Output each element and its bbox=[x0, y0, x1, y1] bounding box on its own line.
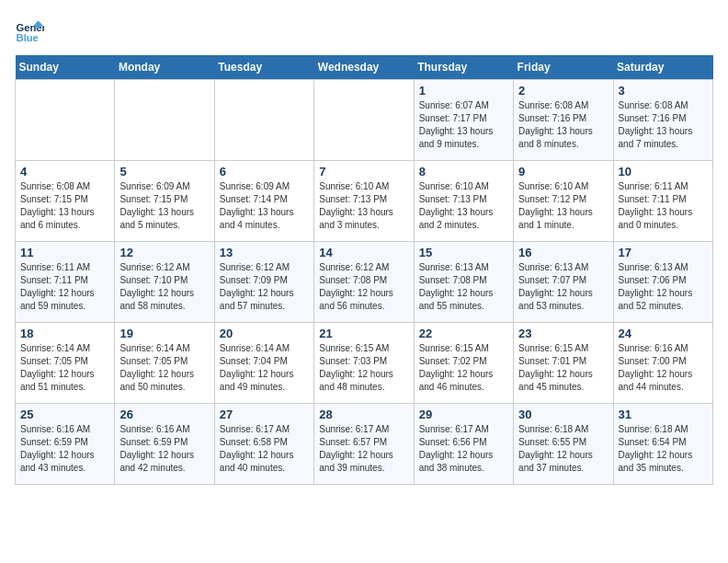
day-info: Sunrise: 6:12 AM Sunset: 7:10 PM Dayligh… bbox=[119, 261, 209, 313]
calendar-table: SundayMondayTuesdayWednesdayThursdayFrid… bbox=[15, 55, 713, 485]
weekday-header-monday: Monday bbox=[115, 55, 214, 80]
day-info: Sunrise: 6:12 AM Sunset: 7:08 PM Dayligh… bbox=[319, 261, 408, 313]
page-header: General Blue bbox=[15, 15, 713, 44]
day-number: 21 bbox=[319, 327, 408, 340]
day-info: Sunrise: 6:14 AM Sunset: 7:05 PM Dayligh… bbox=[119, 342, 209, 394]
calendar-cell-w3d3: 13Sunrise: 6:12 AM Sunset: 7:09 PM Dayli… bbox=[214, 242, 313, 323]
day-info: Sunrise: 6:12 AM Sunset: 7:09 PM Dayligh… bbox=[220, 261, 309, 313]
calendar-cell-w4d5: 22Sunrise: 6:15 AM Sunset: 7:02 PM Dayli… bbox=[414, 323, 513, 404]
day-number: 20 bbox=[220, 327, 309, 340]
day-info: Sunrise: 6:13 AM Sunset: 7:07 PM Dayligh… bbox=[518, 261, 608, 313]
day-info: Sunrise: 6:07 AM Sunset: 7:17 PM Dayligh… bbox=[419, 99, 508, 151]
calendar-cell-w1d4 bbox=[314, 80, 414, 161]
day-number: 3 bbox=[619, 84, 708, 98]
calendar-week-5: 25Sunrise: 6:16 AM Sunset: 6:59 PM Dayli… bbox=[16, 404, 713, 485]
day-info: Sunrise: 6:18 AM Sunset: 6:55 PM Dayligh… bbox=[518, 423, 608, 475]
day-number: 14 bbox=[319, 246, 408, 259]
calendar-header: SundayMondayTuesdayWednesdayThursdayFrid… bbox=[16, 55, 713, 80]
day-info: Sunrise: 6:11 AM Sunset: 7:11 PM Dayligh… bbox=[619, 180, 708, 232]
day-number: 9 bbox=[518, 165, 608, 178]
day-number: 10 bbox=[619, 165, 708, 178]
day-info: Sunrise: 6:13 AM Sunset: 7:06 PM Dayligh… bbox=[619, 261, 708, 313]
weekday-header-tuesday: Tuesday bbox=[214, 55, 313, 80]
calendar-cell-w2d7: 10Sunrise: 6:11 AM Sunset: 7:11 PM Dayli… bbox=[613, 161, 712, 242]
weekday-header-saturday: Saturday bbox=[613, 55, 712, 80]
calendar-cell-w3d1: 11Sunrise: 6:11 AM Sunset: 7:11 PM Dayli… bbox=[16, 242, 115, 323]
day-info: Sunrise: 6:16 AM Sunset: 7:00 PM Dayligh… bbox=[619, 342, 708, 394]
day-number: 1 bbox=[419, 84, 508, 98]
calendar-cell-w4d6: 23Sunrise: 6:15 AM Sunset: 7:01 PM Dayli… bbox=[514, 323, 613, 404]
day-number: 26 bbox=[119, 408, 209, 421]
calendar-cell-w1d1 bbox=[16, 80, 115, 161]
day-number: 2 bbox=[518, 84, 608, 98]
day-number: 29 bbox=[419, 408, 508, 421]
calendar-week-3: 11Sunrise: 6:11 AM Sunset: 7:11 PM Dayli… bbox=[16, 242, 713, 323]
day-number: 16 bbox=[518, 246, 608, 259]
day-number: 18 bbox=[20, 327, 109, 340]
weekday-header-friday: Friday bbox=[514, 55, 613, 80]
weekday-header-row: SundayMondayTuesdayWednesdayThursdayFrid… bbox=[16, 55, 713, 80]
day-info: Sunrise: 6:16 AM Sunset: 6:59 PM Dayligh… bbox=[119, 423, 209, 475]
day-info: Sunrise: 6:13 AM Sunset: 7:08 PM Dayligh… bbox=[419, 261, 508, 313]
weekday-header-wednesday: Wednesday bbox=[314, 55, 414, 80]
calendar-cell-w2d2: 5Sunrise: 6:09 AM Sunset: 7:15 PM Daylig… bbox=[115, 161, 214, 242]
calendar-cell-w5d2: 26Sunrise: 6:16 AM Sunset: 6:59 PM Dayli… bbox=[115, 404, 214, 485]
calendar-cell-w4d3: 20Sunrise: 6:14 AM Sunset: 7:04 PM Dayli… bbox=[214, 323, 313, 404]
calendar-cell-w1d2 bbox=[115, 80, 214, 161]
calendar-cell-w2d4: 7Sunrise: 6:10 AM Sunset: 7:13 PM Daylig… bbox=[314, 161, 414, 242]
day-number: 8 bbox=[419, 165, 508, 178]
calendar-cell-w4d1: 18Sunrise: 6:14 AM Sunset: 7:05 PM Dayli… bbox=[16, 323, 115, 404]
calendar-cell-w2d3: 6Sunrise: 6:09 AM Sunset: 7:14 PM Daylig… bbox=[214, 161, 313, 242]
day-number: 23 bbox=[518, 327, 608, 340]
day-info: Sunrise: 6:15 AM Sunset: 7:01 PM Dayligh… bbox=[518, 342, 608, 394]
day-info: Sunrise: 6:17 AM Sunset: 6:57 PM Dayligh… bbox=[319, 423, 408, 475]
day-info: Sunrise: 6:16 AM Sunset: 6:59 PM Dayligh… bbox=[20, 423, 109, 475]
calendar-cell-w3d6: 16Sunrise: 6:13 AM Sunset: 7:07 PM Dayli… bbox=[514, 242, 613, 323]
day-number: 12 bbox=[119, 246, 209, 259]
calendar-cell-w5d3: 27Sunrise: 6:17 AM Sunset: 6:58 PM Dayli… bbox=[214, 404, 313, 485]
day-number: 22 bbox=[419, 327, 508, 340]
day-number: 4 bbox=[20, 165, 109, 178]
day-info: Sunrise: 6:08 AM Sunset: 7:15 PM Dayligh… bbox=[20, 180, 109, 232]
svg-text:Blue: Blue bbox=[17, 32, 39, 43]
calendar-cell-w5d4: 28Sunrise: 6:17 AM Sunset: 6:57 PM Dayli… bbox=[314, 404, 414, 485]
day-number: 6 bbox=[220, 165, 309, 178]
calendar-cell-w3d5: 15Sunrise: 6:13 AM Sunset: 7:08 PM Dayli… bbox=[414, 242, 513, 323]
calendar-week-1: 1Sunrise: 6:07 AM Sunset: 7:17 PM Daylig… bbox=[16, 80, 713, 161]
calendar-cell-w2d1: 4Sunrise: 6:08 AM Sunset: 7:15 PM Daylig… bbox=[16, 161, 115, 242]
day-info: Sunrise: 6:11 AM Sunset: 7:11 PM Dayligh… bbox=[20, 261, 109, 313]
day-info: Sunrise: 6:15 AM Sunset: 7:02 PM Dayligh… bbox=[419, 342, 508, 394]
day-info: Sunrise: 6:10 AM Sunset: 7:13 PM Dayligh… bbox=[419, 180, 508, 232]
day-info: Sunrise: 6:08 AM Sunset: 7:16 PM Dayligh… bbox=[518, 99, 608, 151]
day-info: Sunrise: 6:18 AM Sunset: 6:54 PM Dayligh… bbox=[619, 423, 708, 475]
calendar-cell-w2d5: 8Sunrise: 6:10 AM Sunset: 7:13 PM Daylig… bbox=[414, 161, 513, 242]
day-info: Sunrise: 6:09 AM Sunset: 7:15 PM Dayligh… bbox=[119, 180, 209, 232]
day-number: 11 bbox=[20, 246, 109, 259]
day-number: 13 bbox=[220, 246, 309, 259]
day-info: Sunrise: 6:08 AM Sunset: 7:16 PM Dayligh… bbox=[619, 99, 708, 151]
day-number: 24 bbox=[619, 327, 708, 340]
day-info: Sunrise: 6:14 AM Sunset: 7:04 PM Dayligh… bbox=[220, 342, 309, 394]
calendar-cell-w4d4: 21Sunrise: 6:15 AM Sunset: 7:03 PM Dayli… bbox=[314, 323, 414, 404]
calendar-body: 1Sunrise: 6:07 AM Sunset: 7:17 PM Daylig… bbox=[16, 80, 713, 485]
day-info: Sunrise: 6:17 AM Sunset: 6:56 PM Dayligh… bbox=[419, 423, 508, 475]
calendar-week-2: 4Sunrise: 6:08 AM Sunset: 7:15 PM Daylig… bbox=[16, 161, 713, 242]
calendar-cell-w5d6: 30Sunrise: 6:18 AM Sunset: 6:55 PM Dayli… bbox=[514, 404, 613, 485]
calendar-week-4: 18Sunrise: 6:14 AM Sunset: 7:05 PM Dayli… bbox=[16, 323, 713, 404]
logo: General Blue bbox=[15, 15, 44, 44]
logo-icon: General Blue bbox=[15, 15, 44, 44]
day-number: 30 bbox=[518, 408, 608, 421]
day-number: 31 bbox=[619, 408, 708, 421]
day-number: 7 bbox=[319, 165, 408, 178]
calendar-cell-w4d2: 19Sunrise: 6:14 AM Sunset: 7:05 PM Dayli… bbox=[115, 323, 214, 404]
day-number: 15 bbox=[419, 246, 508, 259]
day-number: 25 bbox=[20, 408, 109, 421]
day-info: Sunrise: 6:15 AM Sunset: 7:03 PM Dayligh… bbox=[319, 342, 408, 394]
day-number: 5 bbox=[119, 165, 209, 178]
calendar-cell-w3d2: 12Sunrise: 6:12 AM Sunset: 7:10 PM Dayli… bbox=[115, 242, 214, 323]
calendar-cell-w1d3 bbox=[214, 80, 313, 161]
calendar-cell-w1d7: 3Sunrise: 6:08 AM Sunset: 7:16 PM Daylig… bbox=[613, 80, 712, 161]
calendar-cell-w3d4: 14Sunrise: 6:12 AM Sunset: 7:08 PM Dayli… bbox=[314, 242, 414, 323]
day-number: 17 bbox=[619, 246, 708, 259]
calendar-cell-w5d1: 25Sunrise: 6:16 AM Sunset: 6:59 PM Dayli… bbox=[16, 404, 115, 485]
